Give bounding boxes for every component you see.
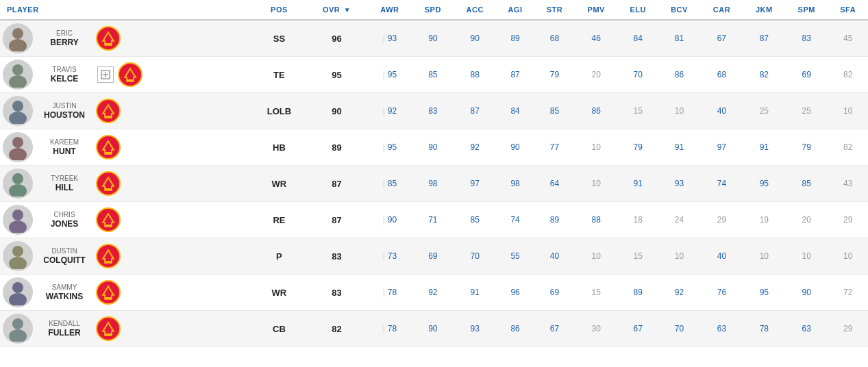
bcv-value: 93 <box>658 166 700 202</box>
awr-value: 93 <box>367 20 412 57</box>
jkm-value: 78 <box>743 311 785 347</box>
acc-value: 85 <box>454 202 496 238</box>
bcv-value: 10 <box>658 93 700 129</box>
pmv-value: 10 <box>575 129 617 166</box>
compare-button[interactable] <box>97 66 114 83</box>
player-first-name: DUSTIN <box>37 246 92 255</box>
avatar <box>3 132 33 162</box>
player-last-name: COLQUITT <box>37 255 92 266</box>
spm-value: 90 <box>785 275 828 311</box>
team-logo <box>118 62 142 87</box>
awr-value: 95 <box>367 57 412 93</box>
table-row: KENDALL FULLER CB 82 78 90 93 86 67 30 6… <box>0 311 868 347</box>
awr-value: 90 <box>367 202 412 238</box>
agi-value: 87 <box>496 57 534 93</box>
car-value: 63 <box>700 311 743 347</box>
bcv-value: 91 <box>658 129 700 166</box>
col-elu: ELU <box>617 0 658 20</box>
svg-point-33 <box>12 246 23 257</box>
player-first-name: TRAVIS <box>37 65 92 74</box>
svg-point-34 <box>9 257 27 269</box>
svg-point-28 <box>12 210 23 220</box>
avatar <box>3 205 33 235</box>
acc-value: 91 <box>454 275 496 311</box>
player-first-name: ERIC <box>37 29 92 38</box>
svg-point-18 <box>12 137 23 148</box>
player-cell-8: KENDALL FULLER <box>0 311 252 347</box>
col-pmv: PMV <box>575 0 617 20</box>
awr-value: 78 <box>367 275 412 311</box>
pmv-value: 10 <box>575 166 617 202</box>
acc-value: 90 <box>454 20 496 57</box>
pos-value: SS <box>252 20 306 57</box>
svg-point-43 <box>12 318 23 329</box>
table-row: TYREEK HILL WR 87 85 98 97 98 64 10 91 9… <box>0 166 868 202</box>
spm-value: 85 <box>785 166 828 202</box>
svg-point-0 <box>12 28 23 39</box>
svg-point-1 <box>9 39 27 51</box>
spd-value: 85 <box>412 57 454 93</box>
spm-value: 69 <box>785 57 828 93</box>
pmv-value: 20 <box>575 57 617 93</box>
agi-value: 98 <box>496 166 534 202</box>
ovr-value: 83 <box>306 275 367 311</box>
spd-value: 83 <box>412 93 454 129</box>
agi-value: 74 <box>496 202 534 238</box>
jkm-value: 10 <box>743 238 785 275</box>
table-row: SAMMY WATKINS WR 83 78 92 91 96 69 15 89… <box>0 275 868 311</box>
col-str: STR <box>534 0 575 20</box>
svg-point-14 <box>9 112 27 124</box>
player-table-container: PLAYER POS OVR ▼ AWR SPD ACC AGI STR PMV… <box>0 0 868 347</box>
pmv-value: 30 <box>575 311 617 347</box>
player-name-block: TYREEK HILL <box>37 174 92 194</box>
spd-value: 69 <box>412 238 454 275</box>
table-row: JUSTIN HOUSTON LOLB 90 92 83 87 84 85 86… <box>0 93 868 129</box>
jkm-value: 95 <box>743 275 785 311</box>
ovr-value: 95 <box>306 57 367 93</box>
ovr-value: 89 <box>306 129 367 166</box>
sort-arrow-icon: ▼ <box>344 6 351 14</box>
player-cell-4: TYREEK HILL <box>0 166 252 202</box>
svg-point-39 <box>9 293 27 305</box>
acc-value: 70 <box>454 238 496 275</box>
team-logo <box>96 244 121 268</box>
awr-value: 95 <box>367 129 412 166</box>
avatar <box>3 277 33 307</box>
player-last-name: JONES <box>37 219 92 230</box>
agi-value: 55 <box>496 238 534 275</box>
acc-value: 92 <box>454 129 496 166</box>
ovr-value: 83 <box>306 238 367 275</box>
jkm-value: 87 <box>743 20 785 57</box>
player-name-block: DUSTIN COLQUITT <box>37 246 92 266</box>
player-last-name: WATKINS <box>37 292 92 303</box>
team-logo <box>96 207 121 232</box>
spd-value: 71 <box>412 202 454 238</box>
player-cell-6: DUSTIN COLQUITT <box>0 238 252 275</box>
elu-value: 18 <box>617 202 658 238</box>
table-row: TRAVIS KELCE TE 95 95 85 88 87 79 20 70 … <box>0 57 868 93</box>
spm-value: 25 <box>785 93 828 129</box>
sfa-value: 82 <box>828 57 868 93</box>
jkm-value: 95 <box>743 166 785 202</box>
spd-value: 90 <box>412 129 454 166</box>
svg-point-44 <box>9 329 27 342</box>
car-value: 29 <box>700 202 743 238</box>
pos-value: LOLB <box>252 93 306 129</box>
elu-value: 84 <box>617 20 658 57</box>
sfa-value: 43 <box>828 166 868 202</box>
sfa-value: 10 <box>828 238 868 275</box>
player-name-block: ERIC BERRY <box>37 29 92 49</box>
team-logo <box>96 280 121 305</box>
col-ovr[interactable]: OVR ▼ <box>306 0 367 20</box>
spd-value: 98 <box>412 166 454 202</box>
player-first-name: CHRIS <box>37 210 92 219</box>
spm-value: 10 <box>785 238 828 275</box>
avatar <box>3 314 33 344</box>
team-logo <box>96 26 121 51</box>
player-last-name: FULLER <box>37 328 92 339</box>
awr-value: 73 <box>367 238 412 275</box>
str-value: 79 <box>534 57 575 93</box>
player-name-block: TRAVIS KELCE <box>37 65 92 85</box>
col-player: PLAYER <box>0 0 252 20</box>
avatar <box>3 60 33 90</box>
